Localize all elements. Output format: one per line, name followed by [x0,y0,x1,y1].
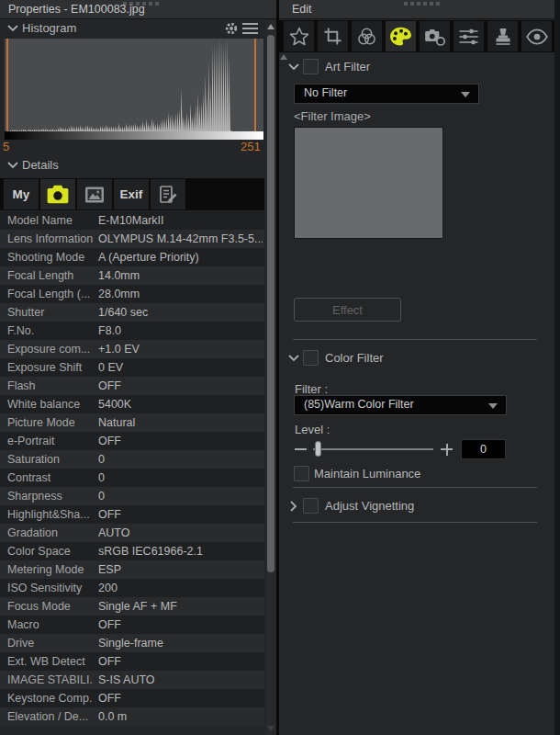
property-label: Drive [7,634,94,652]
histogram-section-header[interactable]: Histogram [0,20,266,38]
table-row[interactable]: e-PortraitOFF [0,432,264,450]
table-row[interactable]: Color SpacesRGB IEC61966-2.1 [0,542,264,560]
art-filter-tool-button[interactable] [386,21,416,51]
level-slider-thumb[interactable] [315,441,321,457]
table-row[interactable]: White balance5400K [0,395,264,413]
property-label: Focal Length [7,266,94,285]
menu-icon [242,23,258,25]
maintain-luminance-checkbox[interactable] [294,466,309,481]
art-filter-checkbox[interactable] [303,59,319,74]
color-filter-dropdown[interactable]: (85)Warm Color Filter [294,395,507,415]
histogram-highlight-marker[interactable] [254,39,256,131]
level-value-field[interactable]: 0 [461,439,506,459]
table-row[interactable]: Shooting ModeA (Aperture Priority) [0,248,264,266]
level-field-label: Level : [295,423,330,436]
edit-document-icon [157,185,179,205]
property-value: 0 [98,450,263,469]
property-label: Shutter [7,303,94,322]
table-row[interactable]: F.No.F8.0 [0,322,264,340]
table-row[interactable]: Lens InformationOLYMPUS M.14-42mm F3.5-5… [0,230,264,248]
table-row[interactable]: Model NameE-M10MarkII [0,211,264,230]
color-blend-tool-button[interactable] [352,21,382,51]
property-value: OFF [98,377,263,395]
table-row[interactable]: GradationAUTO [0,524,264,542]
property-value: +1.0 EV [98,340,263,358]
table-row[interactable]: Picture ModeNatural [0,413,264,432]
adjust-vignetting-checkbox[interactable] [303,498,319,514]
palette-icon [388,26,413,48]
property-value: F8.0 [98,322,263,340]
panel-drag-grip[interactable] [404,2,440,6]
level-slider-track[interactable] [313,448,433,450]
effect-button[interactable]: Effect [294,298,401,322]
table-row[interactable]: Metering ModeESP [0,560,264,579]
camera-icon [46,185,70,205]
edit-toolbar [279,20,554,52]
table-row[interactable]: Exposure Shift0 EV [0,358,264,377]
property-label: F.No. [7,322,94,340]
histogram-max-value: 251 [241,140,261,153]
property-label: IMAGE STABILI... [7,671,94,689]
edit-titlebar: Edit [279,0,554,19]
tab-edit-notes[interactable] [151,179,185,209]
property-label: White balance [7,395,94,413]
gear-icon [224,21,239,36]
table-row[interactable]: Focus ModeSingle AF + MF [0,597,264,616]
property-label: Keystone Comp. [7,689,94,707]
scroll-down-icon[interactable] [267,726,274,731]
properties-panel: Properties - EM100083.jpg Histogram [0,0,276,735]
property-value: 14.0mm [98,266,263,285]
preview-tool-button[interactable] [521,21,552,51]
histogram-menu-button[interactable] [242,23,259,38]
tab-my[interactable]: My [4,179,39,209]
crop-tool-button[interactable] [318,21,348,51]
table-row[interactable]: ISO Sensitivity200 [0,579,264,597]
tab-camera[interactable] [40,179,75,209]
table-row[interactable]: DriveSingle-frame [0,634,264,652]
properties-scrollbar[interactable] [266,20,276,735]
scroll-up-icon[interactable] [267,24,274,29]
tab-image[interactable] [77,179,112,209]
favorite-tool-button[interactable] [284,21,314,51]
table-row[interactable]: MacroOFF [0,616,264,634]
table-row[interactable]: Contrast0 [0,469,264,487]
table-row[interactable]: Focal Length14.0mm [0,266,264,285]
details-tab-strip: My Exif [0,178,264,210]
histogram-shadow-marker[interactable] [6,39,8,131]
tone-adjust-tool-button[interactable] [454,21,484,51]
level-decrease-button[interactable] [295,448,307,450]
chevron-down-icon [461,92,470,97]
table-row[interactable]: Shutter1/640 sec [0,303,264,322]
camera-settings-tool-button[interactable] [420,21,450,51]
property-value: AUTO [98,524,263,542]
maintain-luminance-label: Maintain Luminance [314,467,420,481]
histogram-settings-button[interactable] [224,21,241,36]
property-value: S-IS AUTO [98,671,263,689]
chevron-down-icon [7,24,18,32]
table-row[interactable]: Exposure com...+1.0 EV [0,340,264,358]
color-filter-checkbox[interactable] [303,350,319,366]
properties-titlebar: Properties - EM100083.jpg [0,0,276,19]
table-row[interactable]: Saturation0 [0,450,264,469]
filter-image-preview [294,127,443,239]
table-row[interactable]: Highlight&Sha...OFF [0,505,264,524]
property-label: Exposure Shift [7,358,94,377]
scrollbar-thumb[interactable] [267,35,274,572]
table-row[interactable]: Focal Length (...28.0mm [0,285,264,303]
table-row[interactable]: Keystone Comp.OFF [0,689,264,707]
table-row[interactable]: Sharpness0 [0,487,264,505]
property-value: Single-frame [98,634,263,652]
panel-title: Edit [292,3,312,16]
table-row[interactable]: IMAGE STABILI...S-IS AUTO [0,671,264,689]
chevron-right-icon [289,501,297,512]
table-row[interactable]: FlashOFF [0,377,264,395]
level-increase-button[interactable] [446,444,448,456]
property-label: Saturation [7,450,94,469]
tab-exif[interactable]: Exif [114,179,149,209]
art-filter-dropdown[interactable]: No Filter [294,84,479,104]
stamp-tool-button[interactable] [487,21,518,51]
scroll-up-icon[interactable] [280,54,287,60]
property-label: Ext. WB Detect [7,652,94,671]
table-row[interactable]: Ext. WB DetectOFF [0,652,264,671]
table-row[interactable]: Elevation / De...0.0 m [0,707,264,726]
